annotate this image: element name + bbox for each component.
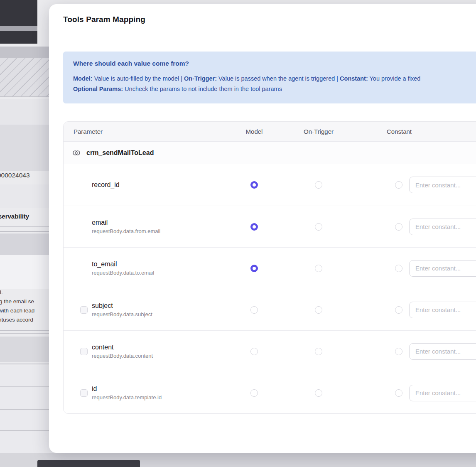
background-block [0,337,49,362]
info-ontrigger-text: Value is passed when the agent is trigge… [217,75,340,82]
model-radio[interactable] [250,348,258,355]
param-texts: content requestBody.data.content [92,344,153,359]
constant-radio[interactable] [395,306,402,314]
info-constant-label: Constant: [340,75,368,82]
info-model-label: Model: [73,75,93,82]
param-rows-container: record_id email requestBody.data.from.em… [64,164,476,413]
constant-cell [364,260,476,277]
background-snippet-line: with each lead [0,307,34,314]
constant-value-input[interactable] [409,177,476,193]
constant-radio[interactable] [395,265,402,272]
tool-group-row: crm_sendMailToLead [64,142,476,164]
param-cell: record_id [74,181,236,189]
constant-value-input[interactable] [409,385,476,401]
constant-cell [364,302,476,318]
background-record-number: 000024043 [0,172,30,179]
optional-checkbox[interactable] [80,306,88,314]
param-path: requestBody.data.template.id [92,394,162,401]
background-divider [0,96,49,97]
background-snippet-line: l. [0,289,3,295]
background-taskbar-item [37,460,140,467]
optional-checkbox[interactable] [80,389,88,397]
optional-checkbox[interactable] [80,348,88,355]
param-row: email requestBody.data.from.email [64,206,476,247]
param-texts: to_email requestBody.data.to.email [92,261,154,276]
constant-radio[interactable] [395,389,402,397]
constant-radio[interactable] [395,348,402,355]
tools-param-mapping-modal: Tools Param Mapping Where should each va… [49,4,476,453]
param-name: id [92,385,162,393]
on-trigger-radio[interactable] [315,223,322,231]
info-heading: Where should each value come from? [73,60,476,67]
background-panel [0,99,49,125]
info-optional-text: Uncheck the params to not include them i… [123,86,282,92]
info-legend-line: Model: Value is auto-filled by the model… [73,74,476,84]
on-trigger-cell [273,181,364,189]
param-path: requestBody.data.to.email [92,270,154,276]
on-trigger-cell [273,265,364,272]
param-cell: id requestBody.data.template.id [74,385,236,401]
info-banner: Where should each value come from? Model… [63,52,476,103]
on-trigger-cell [273,306,364,314]
tool-group-name: crm_sendMailToLead [86,149,154,157]
param-row: record_id [64,164,476,206]
constant-value-input[interactable] [409,219,476,235]
model-radio[interactable] [250,265,258,272]
param-path: requestBody.data.subject [92,311,152,317]
constant-value-input[interactable] [409,343,476,360]
on-trigger-radio[interactable] [315,181,322,189]
constant-radio[interactable] [395,223,402,231]
info-optional-line: Optional Params: Uncheck the params to n… [73,84,476,94]
background-divider [0,386,49,387]
param-texts: email requestBody.data.from.email [92,219,160,234]
background-snippet-line: ntuses accord [0,317,33,323]
param-row: subject requestBody.data.subject [64,289,476,330]
background-divider [0,333,49,334]
column-header-parameter: Parameter [74,128,236,135]
model-radio[interactable] [250,181,258,189]
model-radio[interactable] [250,389,258,397]
link-icon [72,148,81,157]
model-radio[interactable] [250,306,258,314]
column-header-model: Model [236,128,273,135]
background-divider [0,364,49,364]
model-cell [236,223,273,231]
model-cell [236,348,273,355]
background-hatch-panel [0,58,49,96]
on-trigger-radio[interactable] [315,389,322,397]
param-row: id requestBody.data.template.id [64,372,476,413]
background-snippet-line: g the email se [0,298,34,305]
param-name: record_id [92,181,120,189]
on-trigger-radio[interactable] [315,306,322,314]
background-divider [0,231,49,232]
constant-cell [364,385,476,401]
param-name: email [92,219,160,226]
param-path: requestBody.data.from.email [92,228,160,234]
background-bottom-bar [0,453,476,467]
model-cell [236,181,273,189]
constant-radio[interactable] [395,181,402,189]
table-header-row: Parameter Model On-Trigger Constant [64,122,476,142]
param-path: requestBody.data.content [92,353,153,359]
param-row: to_email requestBody.data.to.email [64,247,476,289]
background-block [0,125,49,171]
constant-value-input[interactable] [409,260,476,277]
on-trigger-radio[interactable] [315,348,322,355]
param-cell: to_email requestBody.data.to.email [74,261,236,276]
param-cell: content requestBody.data.content [74,344,236,359]
model-radio[interactable] [250,223,258,231]
on-trigger-radio[interactable] [315,265,322,272]
background-strip [0,26,37,31]
on-trigger-cell [273,223,364,231]
constant-value-input[interactable] [409,302,476,318]
param-cell: email requestBody.data.from.email [74,219,236,234]
column-header-on-trigger: On-Trigger [273,128,364,135]
modal-title: Tools Param Mapping [63,15,476,24]
param-texts: subject requestBody.data.subject [92,302,152,317]
background-nav-heading: servability [0,213,29,220]
param-row: content requestBody.data.content [64,330,476,372]
param-texts: record_id [92,181,120,189]
constant-cell [364,177,476,193]
background-divider [0,330,49,331]
on-trigger-cell [273,348,364,355]
